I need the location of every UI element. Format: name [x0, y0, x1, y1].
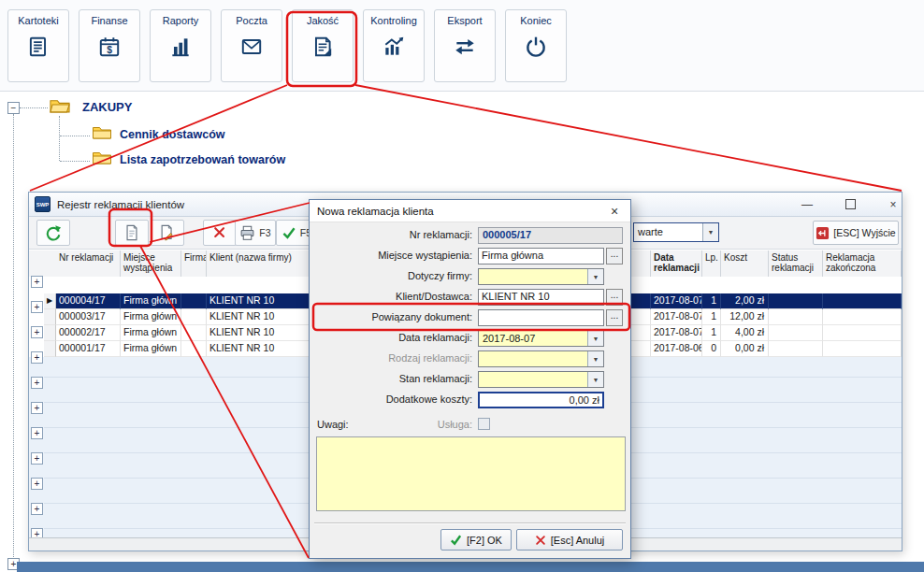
folder-icon [92, 150, 112, 169]
minimize-button[interactable]: — [794, 194, 820, 214]
stan-dropdown[interactable]: ▼ [478, 371, 604, 388]
row-indicator [44, 325, 56, 341]
main-menu-toolbar: Kartoteki Finanse $ Raporty Poczta Jakoś… [0, 0, 924, 92]
status-filter-dropdown[interactable]: warte ▼ [633, 222, 719, 242]
klient-label: Klient/Dostawca: [310, 291, 472, 302]
tree-node-zakupy[interactable]: ZAKUPY [82, 100, 132, 114]
tree-node-lista-zapotrzebowan[interactable]: Lista zapotrzebowań towarów [120, 153, 285, 166]
cell-miejsce: Firma główn [121, 325, 181, 341]
nr-label: Nr reklamacji: [310, 229, 472, 240]
menu-button-kartoteki[interactable]: Kartoteki [7, 9, 69, 82]
miejsce-input[interactable]: Firma główna [478, 248, 604, 265]
cell-status [769, 309, 823, 325]
cell-nr: 000001/17 [56, 341, 121, 357]
delete-complaint-button[interactable] [203, 220, 237, 246]
uwagi-textarea[interactable] [316, 436, 626, 511]
group-expand-button[interactable]: + [31, 276, 43, 288]
new-complaint-button[interactable] [115, 220, 149, 246]
group-expand-button[interactable]: + [31, 427, 43, 439]
expand-icon: + [35, 403, 40, 413]
data-date-dropdown[interactable]: 2017-08-07 ▼ [478, 330, 604, 347]
refresh-button[interactable] [36, 220, 70, 246]
application-window: Kartoteki Finanse $ Raporty Poczta Jakoś… [0, 0, 924, 572]
koszty-input[interactable]: 0,00 zł [478, 392, 604, 408]
column-header[interactable]: Data reklamacji [651, 250, 702, 277]
powiazany-browse-button[interactable]: ... [606, 309, 623, 326]
group-expand-button[interactable]: + [31, 402, 43, 414]
column-header[interactable]: Miejsce wystąpienia [121, 250, 181, 277]
dialog-separator [314, 522, 626, 524]
group-expand-button[interactable]: + [31, 326, 43, 338]
menu-button-eksport[interactable]: Eksport [434, 9, 496, 82]
usluga-label: Usługa: [366, 419, 472, 430]
menu-button-finanse[interactable]: Finanse $ [79, 9, 140, 82]
column-header[interactable]: Firma [181, 250, 207, 277]
dotyczy-label: Dotyczy firmy: [310, 270, 472, 281]
close-button[interactable]: × [880, 194, 906, 214]
rodzaj-label: Rodzaj reklamacji: [310, 352, 472, 364]
group-expand-button[interactable]: + [31, 452, 43, 465]
tree-connector-line [60, 136, 90, 136]
stan-label: Stan reklamacji: [310, 373, 472, 384]
row-indicator: ▶ [44, 293, 56, 309]
dialog-titlebar[interactable]: Nowa reklamacja klienta × [310, 200, 630, 222]
edit-complaint-button[interactable] [151, 220, 184, 246]
menu-button-raporty[interactable]: Raporty [150, 9, 211, 82]
cell-status [769, 341, 823, 357]
export-arrows-icon [453, 35, 477, 59]
exit-button[interactable]: [ESC] Wyjście [813, 221, 899, 245]
group-expand-button[interactable]: + [31, 478, 43, 490]
cell-status [769, 293, 823, 309]
cell-miejsce: Firma główn [121, 309, 181, 325]
chevron-down-icon: ▼ [587, 331, 603, 346]
ok-button[interactable]: [F2] OK [440, 529, 512, 551]
print-button[interactable]: F3 [235, 220, 276, 246]
open-folder-icon [49, 97, 71, 118]
data-label: Data reklamacji: [310, 332, 472, 343]
column-header[interactable]: Lp. [702, 250, 721, 277]
cell-nr: 000004/17 [56, 293, 121, 309]
cell-firma [181, 309, 207, 325]
tree-collapse-button[interactable]: − [7, 102, 20, 114]
powiazany-input[interactable] [478, 309, 604, 326]
cell-data: 2017-08-07 [651, 309, 702, 325]
delete-x-icon [212, 225, 227, 240]
menu-button-poczta[interactable]: Poczta [221, 9, 282, 82]
klient-browse-button[interactable]: ... [606, 289, 623, 306]
klient-input[interactable]: KLIENT NR 10 [478, 289, 604, 306]
cell-koszt: 2,00 zł [721, 293, 769, 309]
rodzaj-dropdown[interactable]: ▼ [478, 350, 604, 367]
tree-node-cennik-dostawcow[interactable]: Cennik dostawców [120, 128, 225, 141]
nr-value-field: 000005/17 [478, 227, 623, 244]
menu-button-kontroling[interactable]: Kontroling [363, 9, 425, 82]
column-header[interactable]: Nr reklamacji [56, 250, 121, 277]
column-header[interactable]: Status reklamacji [769, 250, 823, 277]
group-expand-button[interactable]: + [31, 503, 43, 515]
column-header[interactable]: Reklamacja zakończona [823, 250, 902, 277]
print-key-label: F3 [259, 227, 270, 238]
tree-connector-line [13, 114, 14, 561]
cell-koszt: 12,00 zł [721, 309, 769, 325]
cell-nr: 000003/17 [56, 309, 121, 325]
row-indicator-icon: ▶ [47, 296, 52, 305]
usluga-checkbox[interactable] [478, 418, 490, 430]
column-header[interactable]: Koszt [721, 250, 769, 277]
maximize-button[interactable] [837, 194, 863, 214]
cancel-button[interactable]: [Esc] Anuluj [516, 529, 623, 551]
tree-connector-line [60, 161, 90, 162]
cell-nr: 000002/17 [56, 325, 121, 341]
chevron-down-icon: ▼ [702, 223, 718, 241]
expand-icon: + [35, 453, 40, 464]
menu-button-jakosc[interactable]: Jakość [292, 9, 354, 82]
miejsce-browse-button[interactable]: ... [606, 248, 623, 265]
group-expand-button[interactable]: + [31, 301, 43, 313]
cell-lp: 1 [702, 293, 721, 309]
menu-button-koniec[interactable]: Koniec [505, 9, 567, 82]
app-icon: SWP [35, 196, 51, 212]
group-expand-button[interactable]: + [31, 351, 43, 364]
dialog-close-button[interactable]: × [600, 201, 628, 221]
expand-icon: + [35, 428, 40, 438]
dotyczy-dropdown[interactable]: ▼ [478, 268, 604, 285]
group-expand-button[interactable]: + [31, 377, 43, 389]
row-indicator [44, 341, 56, 357]
